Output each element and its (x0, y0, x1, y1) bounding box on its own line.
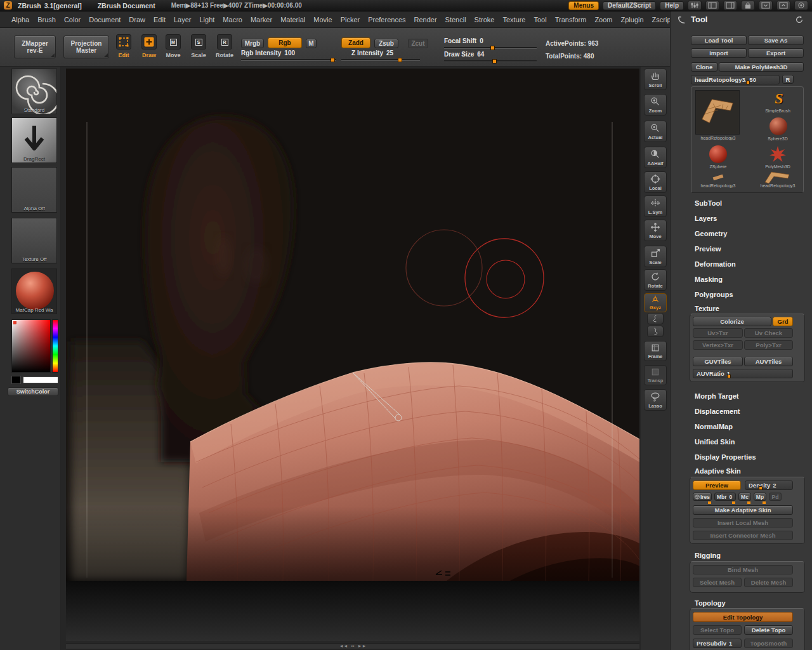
auvratio-slider[interactable]: AUVRatio 1 (693, 369, 793, 378)
grd-button[interactable]: Grd (773, 317, 793, 326)
transp-button[interactable]: Transp (644, 365, 667, 385)
menu-movie[interactable]: Movie (313, 16, 332, 23)
rotate-button[interactable]: R (217, 34, 232, 50)
menu-tool[interactable]: Tool (534, 16, 546, 23)
ires-button[interactable]: Ires (693, 493, 712, 501)
menu-picker[interactable]: Picker (341, 16, 360, 23)
color-picker-gradient[interactable] (11, 319, 51, 373)
panel-right-icon[interactable] (723, 1, 737, 10)
insert-local-mesh-button[interactable]: Insert Local Mesh (693, 518, 793, 527)
section-texture[interactable]: Texture (695, 305, 719, 312)
menus-button[interactable]: Menus (568, 1, 599, 10)
inventory-item-zsphere[interactable] (709, 145, 727, 163)
menu-render[interactable]: Render (414, 16, 437, 23)
section-geometry[interactable]: Geometry (695, 230, 727, 237)
move-button[interactable]: M (166, 34, 181, 50)
menu-material[interactable]: Material (280, 16, 305, 23)
make-adaptive-skin-button[interactable]: Make Adaptive Skin (693, 505, 793, 515)
gxyz-button[interactable]: Gxyz (644, 293, 667, 312)
zoom-button[interactable]: Zoom (644, 94, 667, 116)
defaultzscript-button[interactable]: DefaultZScript (603, 1, 656, 10)
edit-button[interactable] (116, 34, 131, 50)
gyro-curve-button-1[interactable] (647, 313, 664, 324)
menu-color[interactable]: Color (64, 16, 81, 23)
toposmooth-button[interactable]: TopoSmooth (744, 639, 793, 648)
menu-document[interactable]: Document (89, 16, 121, 23)
select-mesh-button[interactable]: Select Mesh (693, 578, 742, 587)
scroll-button[interactable]: Scroll (644, 69, 667, 90)
inventory-item-headretopology-mini[interactable] (713, 175, 724, 181)
current-stroke-thumbnail[interactable]: DragRect (11, 117, 57, 163)
section-masking[interactable]: Masking (695, 275, 723, 283)
menu-light[interactable]: Light (200, 16, 215, 23)
delete-mesh-button[interactable]: Delete Mesh (744, 578, 793, 587)
density-slider[interactable]: Density 2 (745, 481, 793, 490)
zsub-button[interactable]: Zsub (374, 39, 398, 48)
inventory-item-simplebrush[interactable]: S (766, 90, 792, 107)
section-morph-target[interactable]: Morph Target (695, 392, 738, 400)
auvtiles-button[interactable]: AUVTiles (744, 357, 793, 366)
local-button[interactable]: Local (644, 171, 667, 193)
clone-button[interactable]: Clone (691, 62, 717, 72)
tool-r-button[interactable]: R (782, 75, 794, 84)
inventory-item-headretopology-corner[interactable] (763, 169, 792, 183)
document-canvas[interactable] (66, 69, 639, 581)
scrollbar-left-arrows-icon[interactable]: ◄◄ (339, 644, 348, 649)
current-brush-thumbnail[interactable]: Standard (11, 69, 57, 114)
section-subtool[interactable]: SubTool (695, 199, 722, 207)
frame-button[interactable]: Frame (644, 341, 667, 361)
section-rigging[interactable]: Rigging (695, 552, 721, 559)
menu-marker[interactable]: Marker (251, 16, 272, 23)
menu-brush[interactable]: Brush (37, 16, 56, 23)
switch-color-button[interactable]: SwitchColor (8, 387, 58, 396)
gyro-curve-button-2[interactable] (647, 326, 664, 337)
section-adaptive-skin[interactable]: Adaptive Skin (695, 467, 741, 475)
import-button[interactable]: Import (691, 48, 747, 58)
mrgb-button[interactable]: Mrgb (241, 39, 264, 48)
focal-shift-slider[interactable]: Focal Shift0 (444, 37, 537, 48)
insert-connector-mesh-button[interactable]: Insert Connector Mesh (693, 531, 793, 540)
rgb-button[interactable]: Rgb (268, 37, 302, 48)
adaptive-preview-button[interactable]: Preview (693, 481, 741, 490)
section-deformation[interactable]: Deformation (695, 260, 736, 268)
actual-button[interactable]: Actual (644, 121, 667, 142)
section-displacement[interactable]: Displacement (695, 408, 740, 415)
current-alpha-thumbnail[interactable]: Alpha Off (11, 167, 57, 213)
zmapper-button[interactable]: ZMapper rev-E (14, 36, 56, 58)
m-button[interactable]: M (306, 39, 317, 48)
canvas-scrollbar[interactable]: ◄◄ ▪▪ ►► (66, 643, 639, 649)
section-layers[interactable]: Layers (695, 215, 717, 222)
current-material-thumbnail[interactable]: MatCap Red Wa (11, 269, 57, 314)
section-display-properties[interactable]: Display Properties (695, 453, 756, 461)
menu-preferences[interactable]: Preferences (368, 16, 405, 23)
scale-mode-button[interactable]: Scale (644, 246, 667, 267)
mbr-slider[interactable]: Mbr 0 (714, 493, 736, 501)
edit-topology-button[interactable]: Edit Topology (693, 612, 793, 622)
active-tool-thumbnail[interactable] (695, 90, 740, 135)
tool-name-slider[interactable]: headRetopology3. 50 (691, 75, 780, 84)
section-polygroups[interactable]: Polygroups (695, 291, 733, 298)
draw-button[interactable] (141, 34, 157, 50)
export-button[interactable]: Export (748, 48, 804, 58)
menu-transform[interactable]: Transform (555, 16, 587, 23)
section-normalmap[interactable]: NormalMap (695, 423, 733, 430)
section-topology[interactable]: Topology (695, 599, 726, 607)
hue-strip[interactable] (52, 319, 58, 373)
save-as-button[interactable]: Save As (748, 36, 804, 45)
knob-icon[interactable] (794, 1, 808, 10)
menu-edit[interactable]: Edit (154, 16, 166, 23)
rgb-intensity-slider[interactable]: Rgb Intensity100 (241, 50, 336, 60)
menu-layer[interactable]: Layer (174, 16, 192, 23)
scrollbar-grip-icon[interactable]: ▪▪ (351, 644, 355, 649)
mp-button[interactable]: Mp (754, 493, 766, 501)
delete-topo-button[interactable]: Delete Topo (744, 625, 793, 635)
bind-mesh-button[interactable]: Bind Mesh (693, 565, 793, 574)
palette-dock-icon[interactable] (677, 15, 686, 25)
adjust-controls-icon[interactable] (688, 1, 702, 10)
section-unified-skin[interactable]: Unified Skin (695, 438, 735, 446)
guvtiles-button[interactable]: GUVTiles (693, 357, 743, 366)
menu-texture[interactable]: Texture (502, 16, 525, 23)
lasso-button[interactable]: Lasso (644, 389, 667, 411)
make-polymesh3d-button[interactable]: Make PolyMesh3D (719, 62, 804, 72)
move-mode-button[interactable]: Move (644, 220, 667, 241)
